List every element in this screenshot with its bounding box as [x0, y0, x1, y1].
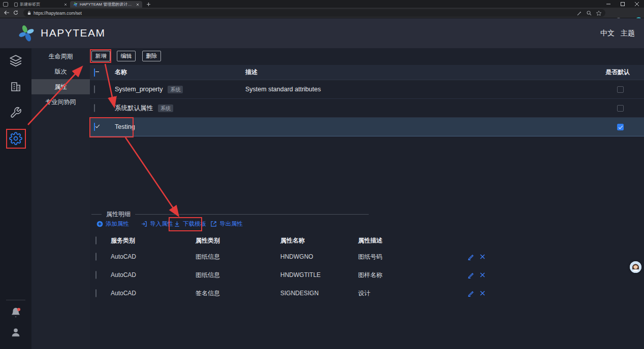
- select-all-checkbox[interactable]: [95, 236, 96, 245]
- cell-category: 图纸信息: [196, 253, 280, 261]
- section-title: 属性明细: [106, 210, 131, 219]
- wrench-icon[interactable]: [8, 105, 23, 120]
- row-checkbox[interactable]: [94, 104, 95, 112]
- rail-divider: [6, 300, 25, 300]
- row-name: Testing: [115, 123, 135, 130]
- edit-row-icon[interactable]: [467, 290, 474, 297]
- table-toolbar: 新增 编辑 删除: [91, 51, 161, 61]
- bookmark-star-icon[interactable]: [596, 11, 601, 16]
- edit-row-icon[interactable]: [467, 254, 474, 260]
- cell-description: 图样名称: [358, 271, 467, 280]
- new-tab-icon[interactable]: [146, 2, 151, 7]
- back-icon[interactable]: [2, 10, 11, 15]
- maximize-icon[interactable]: [616, 0, 630, 8]
- detail-table-body: AutoCAD 图纸信息 HNDWGNO 图纸号码 AutoCAD 图纸信息 H…: [90, 248, 644, 302]
- language-switch[interactable]: 中文: [600, 18, 615, 48]
- tab-title: HAPYTEAM 管理您的设计数据: [80, 2, 134, 7]
- attr-table-header: 名称 描述 是否默认: [90, 65, 644, 80]
- table-row-selected[interactable]: Testing: [90, 118, 644, 136]
- export-attribute-button[interactable]: 导出属性: [210, 219, 243, 229]
- user-icon[interactable]: [8, 325, 23, 340]
- wand-icon[interactable]: [577, 11, 582, 16]
- cell-category: 签名信息: [196, 289, 280, 298]
- edit-row-icon[interactable]: [467, 272, 474, 278]
- zoom-icon[interactable]: [587, 11, 592, 16]
- select-all-checkbox[interactable]: [94, 68, 95, 77]
- hapyteam-favicon: [73, 2, 78, 7]
- submenu-item-attributes[interactable]: 属性: [31, 79, 90, 94]
- row-checkbox[interactable]: [95, 271, 96, 279]
- browser-tabstrip: 新建标签页 HAPYTEAM 管理您的设计数据: [0, 0, 644, 8]
- browser-tab-hapyteam[interactable]: HAPYTEAM 管理您的设计数据: [70, 1, 142, 8]
- add-attribute-button[interactable]: 添加属性: [96, 219, 129, 229]
- is-default-checkbox[interactable]: [617, 105, 624, 112]
- gear-icon[interactable]: [8, 131, 23, 146]
- row-name: System_property: [115, 86, 163, 93]
- tab-title: 新建标签页: [20, 2, 62, 7]
- theme-switch[interactable]: 主题: [621, 18, 635, 48]
- row-description: System standard attributes: [245, 86, 583, 93]
- delete-button[interactable]: 删除: [142, 51, 161, 61]
- col-name: 名称: [115, 68, 245, 77]
- bell-icon[interactable]: [8, 305, 23, 320]
- detail-table-header: 服务类别 属性类别 属性名称 属性描述: [90, 233, 644, 248]
- is-default-checkbox[interactable]: [617, 86, 624, 93]
- refresh-icon[interactable]: [11, 10, 20, 15]
- app-header: HAPYTEAM 中文 主题: [0, 18, 644, 48]
- add-button[interactable]: 新增: [91, 51, 110, 61]
- building-icon[interactable]: [8, 79, 23, 94]
- cell-description: 设计: [358, 289, 467, 298]
- submenu-item-collaboration[interactable]: 专业间协同: [31, 94, 90, 110]
- circle-plus-icon: [96, 221, 103, 227]
- col-service: 服务类别: [111, 236, 196, 245]
- delete-row-icon[interactable]: [480, 254, 485, 259]
- delete-row-icon[interactable]: [480, 291, 485, 296]
- col-description: 描述: [245, 68, 583, 77]
- assistant-avatar[interactable]: [630, 261, 641, 273]
- row-checkbox[interactable]: [94, 85, 95, 93]
- divider: [135, 214, 369, 215]
- col-is-default: 是否默认: [583, 68, 644, 77]
- brand: HAPYTEAM: [17, 24, 106, 42]
- is-default-checkbox[interactable]: [617, 124, 624, 130]
- import-attribute-button[interactable]: 导入属性: [141, 219, 173, 229]
- detail-row[interactable]: AutoCAD 签名信息 SIGNDESIGN 设计: [90, 284, 644, 302]
- brand-name: HAPYTEAM: [41, 27, 106, 39]
- workspace-icon[interactable]: [3, 2, 8, 7]
- icon-rail: [0, 48, 31, 349]
- url-text: https://hapyteam.com/set: [34, 11, 82, 16]
- lock-icon: [27, 11, 31, 15]
- edit-button[interactable]: 编辑: [117, 51, 136, 61]
- delete-row-icon[interactable]: [480, 272, 485, 277]
- tab-close-icon[interactable]: [136, 3, 139, 6]
- system-badge: 系统: [158, 104, 173, 112]
- cell-name: HNDWGNO: [280, 253, 358, 260]
- cell-service: AutoCAD: [111, 271, 196, 278]
- detail-row[interactable]: AutoCAD 图纸信息 HNDWGTITLE 图样名称: [90, 266, 644, 284]
- row-checkbox[interactable]: [95, 253, 96, 261]
- attr-table-body: System_property系统 System standard attrib…: [90, 80, 644, 136]
- export-icon: [210, 221, 217, 227]
- cell-description: 图纸号码: [358, 253, 467, 261]
- close-window-icon[interactable]: [630, 0, 644, 8]
- cell-name: HNDWGTITLE: [280, 271, 358, 278]
- detail-row[interactable]: AutoCAD 图纸信息 HNDWGNO 图纸号码: [90, 248, 644, 266]
- table-row[interactable]: 系统默认属性系统: [90, 99, 644, 118]
- import-icon: [141, 221, 147, 227]
- row-checkbox[interactable]: [95, 289, 96, 297]
- minimize-icon[interactable]: [601, 0, 616, 8]
- submenu-item-lifecycle[interactable]: 生命周期: [31, 49, 90, 64]
- cell-service: AutoCAD: [111, 253, 196, 260]
- address-bar[interactable]: https://hapyteam.com/set: [23, 9, 605, 17]
- browser-tab-newtab[interactable]: 新建标签页: [11, 1, 70, 8]
- download-template-button[interactable]: 下载模板: [174, 219, 206, 229]
- row-checkbox[interactable]: [94, 123, 95, 131]
- col-attr-name: 属性名称: [280, 236, 358, 245]
- submenu-item-revision[interactable]: 版次: [31, 64, 90, 79]
- layers-icon[interactable]: [8, 53, 23, 68]
- col-attr-desc: 属性描述: [358, 236, 467, 245]
- tab-close-icon[interactable]: [64, 3, 67, 6]
- cell-name: SIGNDESIGN: [280, 290, 358, 297]
- system-badge: 系统: [168, 86, 183, 93]
- table-row[interactable]: System_property系统 System standard attrib…: [90, 80, 644, 99]
